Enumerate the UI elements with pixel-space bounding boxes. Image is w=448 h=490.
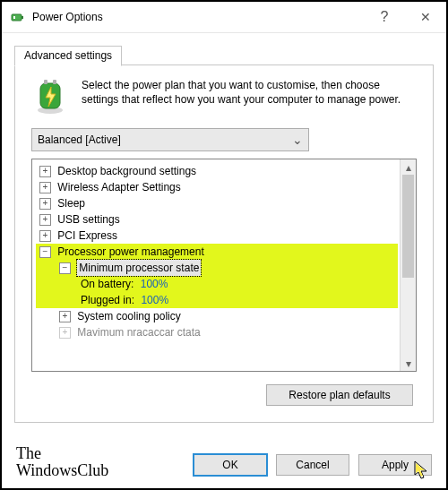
tree-item[interactable]: + Desktop background settings <box>36 163 398 179</box>
collapse-icon[interactable]: − <box>39 246 51 258</box>
apply-button[interactable]: Apply <box>358 454 432 476</box>
scroll-down-button[interactable]: ▾ <box>401 356 416 371</box>
battery-system-icon <box>11 10 25 24</box>
tree-label: USB settings <box>57 211 119 228</box>
dialog-body: Advanced settings Select the power plan … <box>2 33 446 430</box>
value-link[interactable]: 100% <box>141 292 168 308</box>
brand-line2: WindowsClub <box>16 462 108 479</box>
collapse-icon[interactable]: − <box>59 262 71 274</box>
svg-rect-1 <box>22 16 23 19</box>
battery-illustration-icon <box>31 78 69 116</box>
value-label: On battery: <box>81 276 134 292</box>
expand-icon[interactable]: + <box>39 182 51 193</box>
expand-icon[interactable]: + <box>39 230 51 242</box>
value-link[interactable]: 100% <box>141 276 168 292</box>
tree-value-on-battery[interactable]: On battery: 100% <box>36 276 398 292</box>
svg-rect-2 <box>13 16 15 19</box>
expand-icon[interactable]: + <box>39 214 51 226</box>
tab-strip: Advanced settings <box>14 46 434 65</box>
power-options-window: Power Options ? ✕ Advanced settings Sele… <box>0 0 448 490</box>
cancel-button[interactable]: Cancel <box>276 454 349 476</box>
title-bar: Power Options ? ✕ <box>2 2 446 33</box>
chevron-down-icon: ⌄ <box>292 133 303 147</box>
tree-item[interactable]: + PCI Express <box>36 228 398 244</box>
svg-rect-6 <box>53 80 56 84</box>
button-label: Apply <box>382 459 409 471</box>
power-plan-value: Balanced [Active] <box>38 133 121 146</box>
vertical-scrollbar[interactable]: ▴ ▾ <box>400 159 416 371</box>
close-button[interactable]: ✕ <box>405 2 446 32</box>
scroll-thumb[interactable] <box>402 175 414 278</box>
scroll-track[interactable] <box>401 175 416 356</box>
expand-icon[interactable]: + <box>39 166 51 177</box>
tab-advanced-settings[interactable]: Advanced settings <box>14 46 122 66</box>
tree-label: System cooling policy <box>77 308 180 324</box>
tree-item[interactable]: + USB settings <box>36 211 398 228</box>
restore-row: Restore plan defaults <box>31 384 413 406</box>
arrow-down-icon: ▾ <box>406 357 411 370</box>
expand-icon[interactable]: + <box>39 198 51 210</box>
tab-label: Advanced settings <box>24 49 112 62</box>
button-label: Restore plan defaults <box>289 389 390 401</box>
close-icon: ✕ <box>420 10 431 24</box>
brand-line1: The <box>16 445 108 462</box>
tree-label: Wireless Adapter Settings <box>57 179 180 195</box>
tree-label-selected: Minimum processor state <box>77 260 201 276</box>
settings-tree-wrap: + Desktop background settings + Wireless… <box>31 159 417 372</box>
button-label: OK <box>222 459 237 471</box>
watermark-brand: The WindowsClub <box>16 445 108 479</box>
tree-item-system-cooling[interactable]: + System cooling policy <box>36 308 398 324</box>
tree-label: Desktop background settings <box>57 163 196 179</box>
ok-button[interactable]: OK <box>194 454 267 476</box>
arrow-up-icon: ▴ <box>406 161 411 174</box>
tab-panel: Select the power plan that you want to c… <box>14 64 434 423</box>
tree-label: Sleep <box>57 195 85 211</box>
value-label: Plugged in: <box>81 292 134 308</box>
window-title: Power Options <box>32 11 364 23</box>
tree-item-min-processor-state[interactable]: − Minimum processor state <box>36 260 398 276</box>
dialog-button-row: OK Cancel Apply <box>194 454 432 476</box>
tree-item-processor-power[interactable]: − Processor power management <box>36 244 398 260</box>
intro-text: Select the power plan that you want to c… <box>82 78 417 116</box>
tree-value-plugged-in[interactable]: Plugged in: 100% <box>36 292 398 308</box>
help-icon: ? <box>381 9 389 25</box>
scroll-up-button[interactable]: ▴ <box>401 159 416 175</box>
svg-rect-5 <box>44 80 47 84</box>
tree-label: Processor power management <box>57 244 203 260</box>
svg-rect-0 <box>12 14 22 21</box>
power-plan-select[interactable]: Balanced [Active] ⌄ <box>31 128 309 151</box>
tree-item-max-processor-truncated[interactable]: + Mavimum nracaccar ctata <box>36 324 398 340</box>
expand-icon[interactable]: + <box>59 311 71 322</box>
restore-defaults-button[interactable]: Restore plan defaults <box>266 384 413 406</box>
tree-label: PCI Express <box>57 228 117 244</box>
tree-item[interactable]: + Sleep <box>36 195 398 211</box>
expand-icon: + <box>59 327 71 339</box>
settings-tree[interactable]: + Desktop background settings + Wireless… <box>32 159 400 371</box>
button-label: Cancel <box>296 459 329 471</box>
intro-row: Select the power plan that you want to c… <box>31 78 417 116</box>
tree-label: Mavimum nracaccar ctata <box>77 324 200 340</box>
tree-item[interactable]: + Wireless Adapter Settings <box>36 179 398 195</box>
help-button[interactable]: ? <box>364 2 405 32</box>
